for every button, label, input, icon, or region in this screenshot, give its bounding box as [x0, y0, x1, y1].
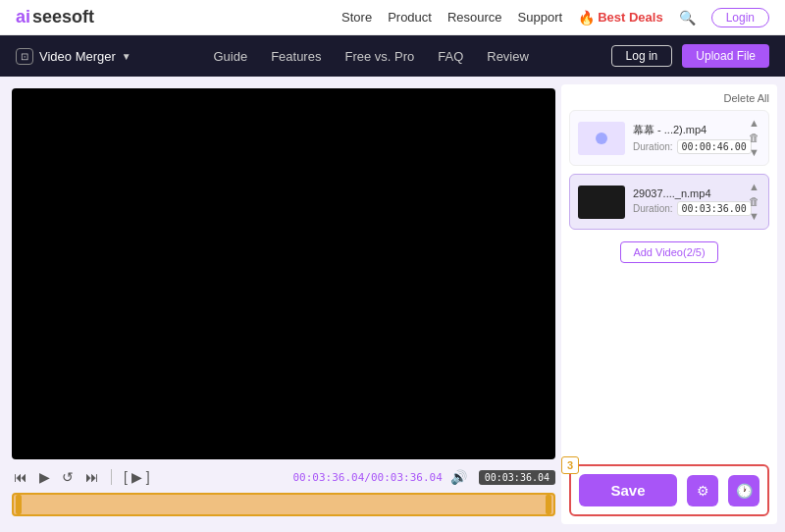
- time-badge: 00:03:36.04: [479, 470, 555, 485]
- best-deals-label: Best Deals: [598, 10, 662, 25]
- move-down-button-2[interactable]: ▼: [748, 210, 760, 223]
- app-brand-icon: ⊡: [16, 48, 33, 65]
- timeline-handle-right[interactable]: [546, 495, 551, 514]
- nav-store[interactable]: Store: [341, 10, 372, 25]
- video-item-actions-2: ▲ 🗑 ▼: [748, 181, 760, 223]
- main-content: Enter full-screen ⏮ ▶ ↺ ⏭ [ ▶ ] 00:03:36…: [0, 77, 785, 532]
- volume-icon[interactable]: 🔊: [450, 469, 467, 485]
- video-duration-row-1: Duration: 00:00:46.00: [633, 139, 740, 154]
- video-player: [12, 88, 555, 459]
- skip-back-button[interactable]: ⏮: [12, 467, 29, 487]
- time-current: 00:03:36.04: [292, 471, 364, 484]
- move-down-button-1[interactable]: ▼: [748, 146, 760, 159]
- nav-resource[interactable]: Resource: [447, 10, 502, 25]
- video-item-actions-1: ▲ 🗑 ▼: [748, 117, 760, 159]
- duration-value-1: 00:00:46.00: [677, 139, 752, 154]
- nav-support[interactable]: Support: [518, 10, 563, 25]
- duration-value-2: 00:03:36.00: [677, 201, 752, 216]
- video-item-1: 幕幕 - ...2).mp4 Duration: 00:00:46.00 ▲ 🗑…: [569, 110, 769, 166]
- logo: aiseesoft: [16, 7, 94, 27]
- play-button[interactable]: ▶: [37, 467, 52, 487]
- brand-dropdown-icon[interactable]: ▼: [122, 51, 131, 62]
- loop-button[interactable]: ↺: [60, 467, 76, 487]
- move-up-button-2[interactable]: ▲: [748, 181, 760, 193]
- video-name-1: 幕幕 - ...2).mp4: [633, 123, 740, 137]
- spacer: [569, 267, 769, 460]
- video-item-2: 29037...._n.mp4 Duration: 00:03:36.00 ▲ …: [569, 174, 769, 230]
- video-thumbnail-1: [578, 122, 625, 155]
- top-nav-links: Store Product Resource Support 🔥 Best De…: [341, 8, 769, 27]
- controls-divider: [111, 469, 112, 485]
- best-deals-link[interactable]: 🔥 Best Deals: [578, 10, 662, 26]
- video-duration-row-2: Duration: 00:03:36.00: [633, 201, 740, 216]
- duration-label-1: Duration:: [633, 141, 673, 152]
- app-nav-actions: Log in Upload File: [611, 44, 769, 68]
- save-box: Save ⚙ 🕐: [569, 464, 769, 516]
- timeline-bar[interactable]: [12, 493, 555, 516]
- nav-guide[interactable]: Guide: [213, 49, 247, 64]
- save-settings-button[interactable]: ⚙: [687, 475, 718, 506]
- save-number-badge: 3: [561, 456, 579, 474]
- video-thumbnail-2: [578, 186, 625, 219]
- video-area: Enter full-screen ⏮ ▶ ↺ ⏭ [ ▶ ] 00:03:36…: [0, 77, 561, 532]
- logo-ai: ai: [16, 7, 30, 27]
- delete-all-button[interactable]: Delete All: [724, 92, 769, 104]
- app-brand-name: Video Merger: [39, 49, 116, 64]
- upload-file-button[interactable]: Upload File: [682, 44, 769, 68]
- time-display: 00:03:36.04/00:03:36.04: [292, 471, 442, 484]
- move-up-button-1[interactable]: ▲: [748, 117, 760, 130]
- skip-forward-button[interactable]: ⏭: [83, 467, 101, 487]
- thumbnail-dot: [596, 133, 607, 144]
- nav-review[interactable]: Review: [487, 49, 529, 64]
- search-icon[interactable]: 🔍: [679, 10, 696, 26]
- video-name-2: 29037...._n.mp4: [633, 187, 740, 199]
- add-video-button[interactable]: Add Video(2/5): [620, 241, 717, 263]
- video-controls: ⏮ ▶ ↺ ⏭ [ ▶ ] 00:03:36.04/00:03:36.04 🔊 …: [12, 459, 555, 520]
- timeline-handle-left[interactable]: [16, 495, 22, 514]
- controls-row: ⏮ ▶ ↺ ⏭ [ ▶ ] 00:03:36.04/00:03:36.04 🔊 …: [12, 465, 555, 489]
- right-panel: Delete All 幕幕 - ...2).mp4 Duration: 00:0…: [561, 84, 777, 524]
- app-navbar: ⊡ Video Merger ▼ Guide Features Free vs.…: [0, 35, 785, 77]
- app-login-button[interactable]: Log in: [611, 45, 673, 67]
- clock-icon: 🕐: [736, 483, 753, 499]
- fire-icon: 🔥: [578, 10, 595, 26]
- duration-label-2: Duration:: [633, 203, 673, 214]
- app-nav-links: Guide Features Free vs. Pro FAQ Review: [155, 49, 588, 64]
- delete-item-button-2[interactable]: 🗑: [748, 195, 760, 208]
- timeline-container: [12, 493, 555, 516]
- gear-icon: ⚙: [697, 483, 709, 499]
- logo-seesoft: seesoft: [32, 7, 94, 27]
- nav-free-vs-pro[interactable]: Free vs. Pro: [344, 49, 414, 64]
- clip-button[interactable]: [ ▶ ]: [122, 467, 152, 487]
- video-info-1: 幕幕 - ...2).mp4 Duration: 00:00:46.00: [633, 123, 740, 154]
- nav-features[interactable]: Features: [271, 49, 321, 64]
- top-navbar: aiseesoft Store Product Resource Support…: [0, 0, 785, 35]
- top-login-button[interactable]: Login: [711, 8, 769, 27]
- nav-product[interactable]: Product: [388, 10, 432, 25]
- save-section: 3 Save ⚙ 🕐: [569, 464, 769, 516]
- save-button[interactable]: Save: [579, 474, 677, 506]
- save-history-button[interactable]: 🕐: [728, 475, 759, 506]
- delete-item-button-1[interactable]: 🗑: [748, 132, 760, 144]
- time-separator: /00:03:36.04: [364, 471, 442, 484]
- video-info-2: 29037...._n.mp4 Duration: 00:03:36.00: [633, 187, 740, 216]
- app-brand: ⊡ Video Merger ▼: [16, 48, 131, 65]
- nav-faq[interactable]: FAQ: [438, 49, 463, 64]
